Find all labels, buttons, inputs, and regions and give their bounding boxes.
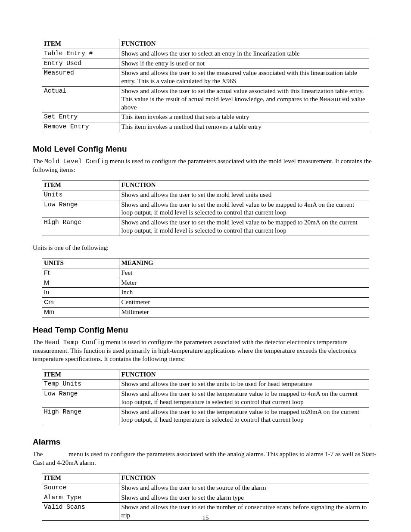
item-cell: Low Range — [42, 389, 119, 408]
item-cell: Source — [42, 483, 119, 493]
func-cell: Shows if the entry is used or not — [119, 59, 369, 68]
func-cell: This item invokes a method that removes … — [119, 122, 369, 132]
column-header: UNITS — [42, 258, 119, 268]
table-row: High Range Shows and allows the user to … — [42, 407, 369, 425]
table-row: Alarm Type Shows and allows the user to … — [42, 493, 369, 503]
item-cell: Measured — [42, 68, 119, 87]
table-row: Ft Feet — [42, 268, 369, 278]
func-cell: Shows and allows the user to set the act… — [119, 86, 369, 112]
func-cell: Shows and allows the user to set the uni… — [119, 380, 369, 389]
item-cell: Alarm Type — [42, 493, 119, 503]
column-header: FUNCTION — [119, 39, 369, 49]
inline-mono: Mold Level Config — [44, 158, 108, 165]
units-intro-paragraph: Units is one of the following: — [33, 244, 378, 252]
alarms-intro-paragraph: The menu is used to configure the parame… — [33, 450, 378, 467]
table-row: Measured Shows and allows the user to se… — [42, 68, 369, 87]
table-row: In Inch — [42, 288, 369, 298]
text-part: The — [33, 158, 44, 165]
func-cell: Shows and allows the user to set the tem… — [119, 407, 369, 425]
table-row: Mm Millimeter — [42, 307, 369, 317]
column-header: ITEM — [42, 370, 119, 380]
document-page: ITEM FUNCTION Table Entry # Shows and al… — [0, 0, 411, 532]
section-heading-head-temp: Head Temp Config Menu — [33, 325, 378, 335]
section-heading-mold: Mold Level Config Menu — [33, 144, 378, 154]
column-header: ITEM — [42, 39, 119, 49]
column-header: FUNCTION — [119, 370, 369, 380]
page-number: 15 — [0, 514, 411, 522]
func-cell: Shows and allows the user to set the tem… — [119, 389, 369, 408]
table-row: Temp Units Shows and allows the user to … — [42, 380, 369, 389]
head-temp-intro-paragraph: The Head Temp Config menu is used to con… — [33, 338, 378, 364]
func-cell: Shows and allows the user to set the mea… — [119, 68, 369, 87]
text-gap — [44, 451, 68, 457]
inline-mono: Measured — [320, 96, 350, 103]
func-cell: Centimeter — [119, 298, 369, 308]
item-cell: Actual — [42, 86, 119, 112]
table-row: M Meter — [42, 278, 369, 288]
table-row: Set Entry This item invokes a method tha… — [42, 112, 369, 122]
table-row: High Range Shows and allows the user to … — [42, 218, 369, 236]
func-cell: Shows and allows the user to set the ala… — [119, 493, 369, 503]
func-cell: This item invokes a method that sets a t… — [119, 112, 369, 122]
item-cell: Table Entry # — [42, 49, 119, 59]
func-cell: Shows and allows the user to set the mol… — [119, 190, 369, 200]
text-part: The — [33, 339, 44, 345]
func-cell: Shows and allows the user to set the mol… — [119, 200, 369, 218]
table-row: Low Range Shows and allows the user to s… — [42, 200, 369, 218]
table-row: Units Shows and allows the user to set t… — [42, 190, 369, 200]
inline-mono: Head Temp Config — [44, 339, 104, 346]
table-row: Actual Shows and allows the user to set … — [42, 86, 369, 112]
item-cell: Low Range — [42, 200, 119, 218]
linearization-table: ITEM FUNCTION Table Entry # Shows and al… — [42, 39, 369, 132]
table-row: Entry Used Shows if the entry is used or… — [42, 59, 369, 68]
item-cell: Remove Entry — [42, 122, 119, 132]
alarms-table: ITEM FUNCTION Source Shows and allows th… — [42, 473, 369, 521]
column-header: ITEM — [42, 180, 119, 190]
item-cell: Mm — [42, 307, 119, 317]
column-header: FUNCTION — [119, 473, 369, 483]
item-cell: High Range — [42, 218, 119, 236]
head-temp-table: ITEM FUNCTION Temp Units Shows and allow… — [42, 370, 369, 426]
func-cell: Feet — [119, 268, 369, 278]
item-cell: Cm — [42, 298, 119, 308]
column-header: ITEM — [42, 473, 119, 483]
item-cell: Set Entry — [42, 112, 119, 122]
mold-intro-paragraph: The Mold Level Config menu is used to co… — [33, 157, 378, 174]
table-row: Remove Entry This item invokes a method … — [42, 122, 369, 132]
func-cell: Meter — [119, 278, 369, 288]
func-cell: Shows and allows the user to set the sou… — [119, 483, 369, 493]
func-cell: Shows and allows the user to set the mol… — [119, 218, 369, 236]
text-part: menu is used to configure the parameters… — [33, 451, 376, 466]
func-cell: Millimeter — [119, 307, 369, 317]
item-cell: In — [42, 288, 119, 298]
item-cell: M — [42, 278, 119, 288]
text-part: The — [33, 451, 44, 457]
item-cell: Temp Units — [42, 380, 119, 389]
item-cell: Entry Used — [42, 59, 119, 68]
table-row: Table Entry # Shows and allows the user … — [42, 49, 369, 59]
mold-config-table: ITEM FUNCTION Units Shows and allows the… — [42, 180, 369, 236]
column-header: FUNCTION — [119, 180, 369, 190]
func-cell: Inch — [119, 288, 369, 298]
section-heading-alarms: Alarms — [33, 437, 378, 447]
item-cell: Ft — [42, 268, 119, 278]
item-cell: Units — [42, 190, 119, 200]
units-table: UNITS MEANING Ft Feet M Meter In Inch Cm… — [42, 258, 369, 317]
table-row: Source Shows and allows the user to set … — [42, 483, 369, 493]
column-header: MEANING — [119, 258, 369, 268]
func-cell: Shows and allows the user to select an e… — [119, 49, 369, 59]
item-cell: High Range — [42, 407, 119, 425]
table-row: Cm Centimeter — [42, 298, 369, 308]
table-row: Low Range Shows and allows the user to s… — [42, 389, 369, 408]
